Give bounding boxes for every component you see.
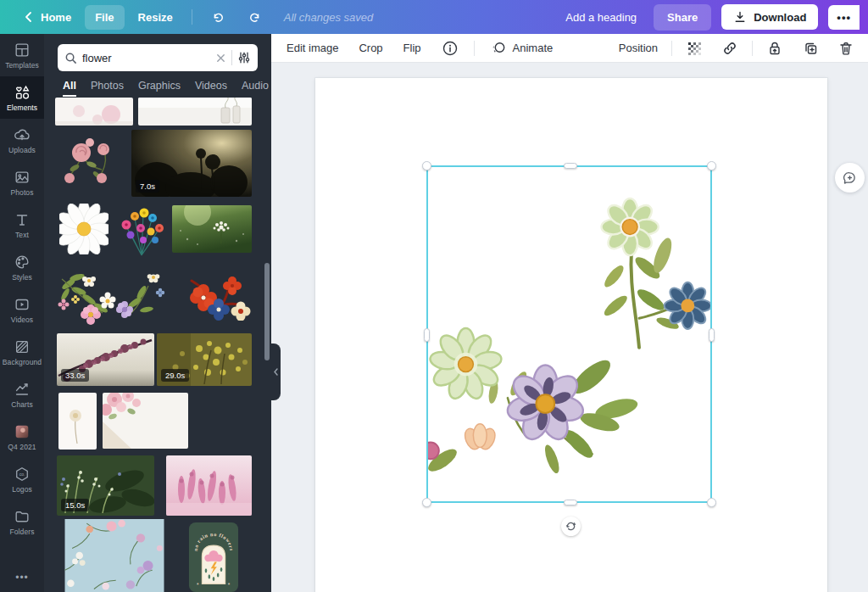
sidebar-item-videos[interactable]: Videos bbox=[0, 288, 44, 331]
trash-icon bbox=[837, 40, 854, 57]
search-box bbox=[58, 44, 258, 71]
resize-handle-bottom[interactable] bbox=[564, 500, 577, 505]
folders-icon bbox=[14, 508, 31, 525]
search-input[interactable] bbox=[82, 52, 210, 64]
resize-handle-top[interactable] bbox=[564, 163, 577, 169]
thumbnail-white-daisy-illustration[interactable] bbox=[59, 204, 108, 254]
duplicate-button[interactable] bbox=[793, 35, 827, 62]
thumbnail-garden-plants-video[interactable]: 15.0s bbox=[57, 455, 154, 516]
thumbnail-soft-pink-photo[interactable] bbox=[55, 98, 133, 126]
comment-button[interactable] bbox=[835, 163, 865, 193]
thumbnail-meadow-photo[interactable] bbox=[172, 205, 252, 253]
resize-handle-bottom-right[interactable] bbox=[707, 498, 716, 507]
sidebar-item-uploads[interactable]: Uploads bbox=[0, 119, 44, 161]
resize-handle-bottom-left[interactable] bbox=[422, 498, 431, 507]
sidebar-item-folders[interactable]: Folders bbox=[0, 500, 44, 543]
rotate-icon bbox=[565, 521, 576, 532]
logos-icon: co. bbox=[14, 466, 31, 483]
thumbnail-yellow-flowers-video[interactable]: 29.0s bbox=[157, 333, 252, 386]
uploads-icon bbox=[14, 126, 31, 143]
toolbar-divider bbox=[474, 41, 475, 56]
elements-panel: All Photos Graphics Videos Audio 7.0s bbox=[44, 34, 271, 592]
thumbnail-red-blue-flowers-illustration[interactable] bbox=[180, 274, 252, 321]
file-button[interactable]: File bbox=[85, 5, 124, 30]
rotate-handle[interactable] bbox=[561, 517, 581, 536]
thumbnail-no-rain-no-flowers-sticker[interactable]: no rain no flowers * * bbox=[175, 522, 252, 592]
undo-icon bbox=[211, 10, 225, 24]
sidebar-item-logos[interactable]: co. Logos bbox=[0, 458, 44, 500]
lock-icon bbox=[766, 40, 783, 57]
panel-collapse-button[interactable] bbox=[271, 343, 281, 400]
thumbnail-dandelion-silhouette-video[interactable]: 7.0s bbox=[131, 130, 252, 197]
tab-audio[interactable]: Audio bbox=[242, 80, 269, 97]
home-button[interactable]: Home bbox=[12, 4, 81, 30]
videos-icon bbox=[14, 296, 31, 313]
sidebar-item-q4-2021[interactable]: Q4 2021 bbox=[0, 416, 44, 458]
panel-scrollbar[interactable] bbox=[264, 263, 270, 360]
delete-button[interactable] bbox=[829, 35, 863, 62]
thumbnail-pink-roses-illustration[interactable] bbox=[58, 136, 125, 187]
redo-icon bbox=[248, 10, 262, 24]
resize-button[interactable]: Resize bbox=[128, 5, 183, 30]
download-button[interactable]: Download bbox=[721, 4, 818, 30]
background-icon bbox=[14, 338, 31, 355]
sidebar-item-background[interactable]: Background bbox=[0, 331, 44, 373]
sidebar-more-button[interactable]: ••• bbox=[0, 572, 44, 592]
sidebar-item-photos[interactable]: Photos bbox=[0, 161, 44, 204]
info-button[interactable] bbox=[433, 35, 467, 62]
home-label: Home bbox=[41, 11, 71, 24]
search-icon bbox=[64, 52, 77, 64]
sidebar-item-styles[interactable]: Styles bbox=[0, 246, 44, 288]
sidebar-item-text[interactable]: Text bbox=[0, 204, 44, 246]
thumbnail-single-flower-photo[interactable] bbox=[58, 393, 97, 450]
text-icon bbox=[14, 211, 31, 228]
undo-button[interactable] bbox=[201, 4, 235, 30]
duplicate-icon bbox=[802, 40, 819, 57]
sidebar-item-templates[interactable]: Templates bbox=[0, 34, 44, 76]
design-title[interactable]: Add a heading bbox=[559, 6, 643, 29]
thumbnail-roses-corner-photo[interactable] bbox=[103, 393, 188, 449]
q4-2021-thumbnail bbox=[14, 423, 31, 440]
thumbnail-blossom-branch-video[interactable]: 33.0s bbox=[57, 333, 154, 386]
tab-all[interactable]: All bbox=[63, 80, 76, 97]
position-button[interactable]: Position bbox=[610, 36, 666, 59]
comment-bubble-icon bbox=[843, 170, 857, 185]
back-chevron-icon bbox=[22, 10, 36, 24]
filter-settings-icon[interactable] bbox=[237, 51, 251, 64]
edit-image-button[interactable]: Edit image bbox=[278, 36, 347, 59]
resize-handle-top-right[interactable] bbox=[707, 161, 716, 170]
flip-button[interactable]: Flip bbox=[395, 36, 430, 59]
resize-handle-right[interactable] bbox=[709, 328, 715, 342]
sidebar-item-elements[interactable]: Elements bbox=[0, 76, 44, 119]
tab-videos[interactable]: Videos bbox=[195, 80, 227, 97]
thumbnail-floral-garland-illustration[interactable] bbox=[53, 265, 176, 328]
transparency-button[interactable] bbox=[677, 35, 711, 62]
tab-photos[interactable]: Photos bbox=[91, 80, 124, 97]
resize-handle-left[interactable] bbox=[424, 328, 430, 342]
animate-button[interactable]: Animate bbox=[481, 35, 562, 62]
clear-search-icon[interactable] bbox=[215, 53, 226, 64]
tab-graphics[interactable]: Graphics bbox=[138, 80, 181, 97]
transparency-icon bbox=[686, 40, 703, 57]
more-menu-button[interactable]: ••• bbox=[828, 5, 860, 30]
animate-icon bbox=[490, 40, 507, 57]
templates-icon bbox=[14, 42, 31, 59]
thumbnail-blue-flatlay-photo[interactable] bbox=[57, 519, 172, 592]
canva-editor: Home File Resize All changes saved Add a… bbox=[0, 0, 868, 592]
resize-handle-top-left[interactable] bbox=[422, 161, 431, 170]
thumbnail-glass-vases-photo[interactable] bbox=[138, 98, 252, 126]
info-icon bbox=[442, 40, 459, 57]
thumbnail-pink-heather-photo[interactable] bbox=[166, 455, 252, 516]
link-button[interactable] bbox=[713, 35, 747, 62]
thumbnail-flower-bouquet-illustration[interactable] bbox=[116, 208, 167, 256]
selected-image[interactable] bbox=[426, 165, 712, 503]
lock-button[interactable] bbox=[758, 35, 792, 62]
redo-button[interactable] bbox=[238, 4, 272, 30]
download-icon bbox=[733, 10, 747, 24]
crop-button[interactable]: Crop bbox=[350, 36, 391, 59]
svg-text:co.: co. bbox=[19, 471, 25, 476]
collapse-chevron-icon bbox=[273, 368, 279, 376]
share-button[interactable]: Share bbox=[654, 4, 711, 31]
sidebar-item-charts[interactable]: Charts bbox=[0, 373, 44, 416]
link-icon bbox=[721, 40, 738, 57]
